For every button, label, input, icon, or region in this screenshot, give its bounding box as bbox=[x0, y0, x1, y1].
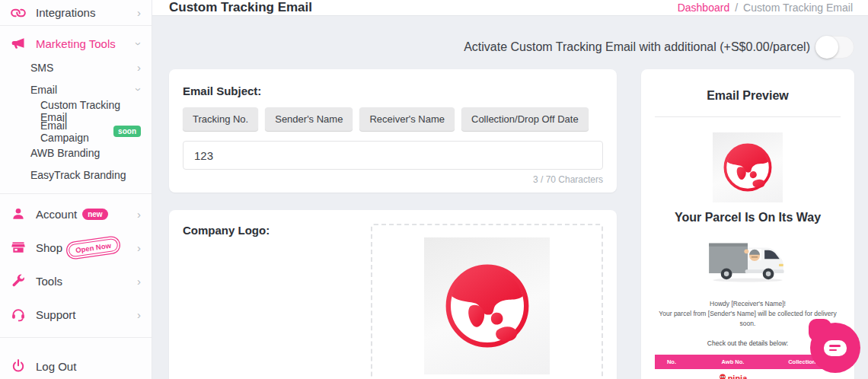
sidebar-item-label: Support bbox=[36, 308, 76, 321]
sidebar-item-logout[interactable]: Log Out bbox=[0, 349, 152, 379]
cell-no: 1 bbox=[655, 369, 688, 379]
globe-logo-icon bbox=[439, 257, 536, 355]
chip-collection-date[interactable]: Collection/Drop Off Date bbox=[461, 107, 589, 131]
page-title: Custom Tracking Email bbox=[169, 0, 312, 15]
sidebar-item-label: SMS bbox=[30, 62, 53, 74]
soon-badge: soon bbox=[113, 126, 141, 137]
greeting-line1: Howdy [Receiver's Name]! bbox=[655, 299, 841, 309]
sidebar-item-label: Integrations bbox=[36, 6, 95, 19]
page-header: Custom Tracking Email Dashboard / Custom… bbox=[152, 0, 868, 16]
sidebar-item-label: Email Campaign bbox=[40, 119, 109, 144]
chevron-down-icon: › bbox=[133, 42, 145, 46]
sidebar-item-label: EasyTrack Branding bbox=[30, 169, 126, 181]
sidebar-item-account[interactable]: Account new › bbox=[0, 197, 152, 231]
sidebar-item-easytrack-branding[interactable]: EasyTrack Branding bbox=[0, 164, 152, 186]
delivery-truck-image bbox=[655, 235, 841, 287]
chevron-right-icon: › bbox=[137, 275, 141, 287]
preview-heading: Your Parcel Is On Its Way bbox=[655, 211, 841, 225]
main-area: Custom Tracking Email Dashboard / Custom… bbox=[152, 0, 868, 379]
company-logo-card: Company Logo: bbox=[169, 210, 617, 379]
megaphone-icon bbox=[11, 36, 29, 51]
chevron-down-icon: › bbox=[133, 88, 145, 91]
sidebar-item-awb-branding[interactable]: AWB Branding bbox=[0, 142, 152, 164]
cell-awb: ninja NVSGEASYP0000ABCDE bbox=[688, 369, 777, 379]
chat-widget-button[interactable] bbox=[810, 323, 860, 373]
logo-upload-dropzone[interactable] bbox=[371, 224, 603, 379]
link-icon bbox=[11, 5, 29, 21]
new-badge: new bbox=[82, 209, 107, 220]
sidebar-group-main: Account new › Shop Open Now › Tools › bbox=[0, 194, 152, 337]
chevron-right-icon: › bbox=[137, 309, 141, 320]
sidebar-item-label: Tools bbox=[36, 275, 62, 288]
breadcrumb-current: Custom Tracking Email bbox=[743, 2, 853, 14]
breadcrumb-dashboard-link[interactable]: Dashboard bbox=[678, 2, 730, 14]
chip-receivers-name[interactable]: Receiver's Name bbox=[359, 107, 455, 131]
sidebar-item-label: Marketing Tools bbox=[36, 37, 116, 50]
wrench-icon bbox=[11, 273, 29, 288]
activation-row: Activate Custom Tracking Email with addi… bbox=[169, 36, 854, 59]
power-icon bbox=[11, 358, 29, 374]
sidebar-item-sms[interactable]: SMS › bbox=[0, 56, 152, 78]
sidebar-item-integrations[interactable]: Integrations › bbox=[0, 0, 152, 25]
company-logo-image bbox=[424, 237, 550, 374]
open-now-badge: Open Now bbox=[68, 237, 119, 257]
sidebar-item-email[interactable]: Email › bbox=[0, 78, 152, 100]
col-no: No. bbox=[655, 355, 688, 369]
ninja-van-logo: ninja bbox=[690, 374, 776, 379]
email-subject-card: Email Subject: Tracking No. Sender's Nam… bbox=[169, 69, 617, 193]
preview-company-logo bbox=[713, 132, 783, 202]
breadcrumb: Dashboard / Custom Tracking Email bbox=[678, 2, 853, 14]
chat-icon bbox=[824, 340, 847, 356]
content-area: Activate Custom Tracking Email with addi… bbox=[152, 16, 868, 379]
sidebar-item-support[interactable]: Support › bbox=[0, 298, 152, 331]
activation-toggle[interactable] bbox=[815, 36, 854, 59]
sidebar-item-tools[interactable]: Tools › bbox=[0, 264, 152, 298]
breadcrumb-separator: / bbox=[735, 2, 738, 14]
chip-senders-name[interactable]: Sender's Name bbox=[265, 107, 353, 131]
sidebar-item-marketing-tools[interactable]: Marketing Tools › bbox=[0, 30, 152, 56]
email-subject-input[interactable] bbox=[183, 141, 603, 170]
email-subject-label: Email Subject: bbox=[183, 84, 603, 97]
company-logo-label: Company Logo: bbox=[183, 224, 270, 379]
globe-logo-icon bbox=[720, 139, 776, 196]
app-window: Integrations › Marketing Tools › SMS › E… bbox=[0, 0, 868, 379]
sidebar-item-label: Account bbox=[36, 208, 77, 221]
headset-icon bbox=[11, 307, 29, 322]
sidebar-item-label: Shop bbox=[36, 241, 62, 254]
divider bbox=[655, 116, 841, 117]
user-icon bbox=[11, 206, 29, 221]
character-counter: 3 / 70 Characters bbox=[183, 174, 603, 185]
divider bbox=[0, 337, 152, 338]
sidebar-item-email-campaign[interactable]: Email Campaign soon bbox=[0, 121, 152, 142]
sidebar-item-label: Log Out bbox=[36, 360, 76, 373]
sidebar-item-custom-tracking-email[interactable]: Custom Tracking Email bbox=[0, 100, 152, 121]
chevron-right-icon: › bbox=[137, 209, 141, 220]
activation-label: Activate Custom Tracking Email with addi… bbox=[464, 40, 810, 54]
store-icon bbox=[11, 240, 29, 255]
chevron-right-icon: › bbox=[137, 242, 141, 253]
chevron-right-icon: › bbox=[137, 62, 141, 73]
ninja-mascot-icon bbox=[719, 374, 726, 379]
sidebar: Integrations › Marketing Tools › SMS › E… bbox=[0, 0, 152, 379]
chip-tracking-no[interactable]: Tracking No. bbox=[183, 107, 258, 131]
toggle-knob bbox=[815, 36, 838, 59]
sidebar-item-label: AWB Branding bbox=[30, 147, 100, 159]
chevron-right-icon: › bbox=[137, 7, 141, 18]
col-awb: Awb No. bbox=[688, 355, 777, 369]
sidebar-group-marketing: Marketing Tools › SMS › Email › Custom T… bbox=[0, 26, 152, 193]
sidebar-item-shop[interactable]: Shop Open Now › bbox=[0, 231, 152, 264]
subject-variable-chips: Tracking No. Sender's Name Receiver's Na… bbox=[183, 107, 603, 131]
email-preview-title: Email Preview bbox=[655, 89, 841, 103]
sidebar-item-label: Email bbox=[30, 84, 57, 96]
